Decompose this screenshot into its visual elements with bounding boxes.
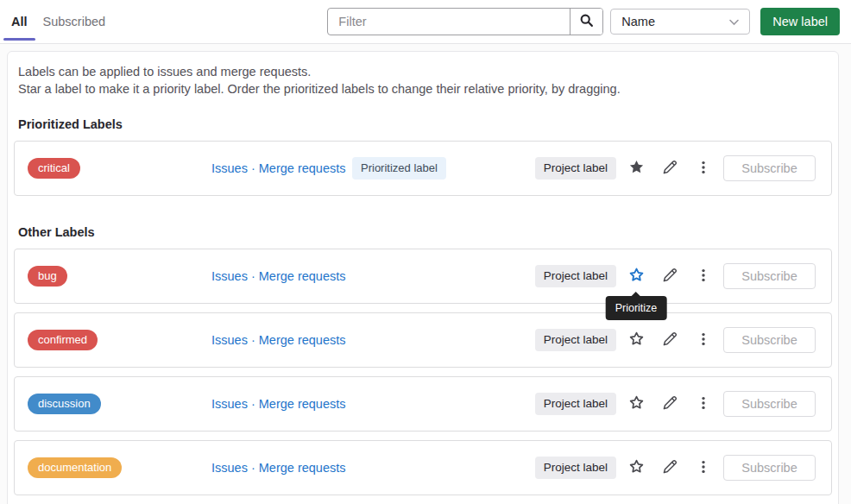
star-outline-icon [628,331,645,350]
kebab-menu-icon [696,160,711,178]
prioritize-star-button[interactable]: Prioritize [622,262,650,290]
pencil-icon [662,331,678,350]
prioritize-star-button[interactable] [622,326,650,354]
label-options-kebab-button[interactable] [690,454,717,482]
search-icon [579,13,594,30]
label-row-documentation: documentation Issues·Merge requests Proj… [14,440,832,495]
project-label-badge: Project label [535,265,616,287]
labels-page: Labels can be applied to issues and merg… [0,44,851,504]
issues-link[interactable]: Issues [211,161,248,175]
prioritized-label-badge: Prioritized label [352,157,446,180]
tab-all[interactable]: All [3,0,35,43]
prioritize-star-button[interactable] [622,390,650,418]
edit-label-button[interactable] [656,454,684,482]
edit-label-button[interactable] [656,154,684,182]
label-badge-bug[interactable]: bug [28,266,67,287]
kebab-menu-icon [696,268,711,286]
edit-label-button[interactable] [656,326,684,354]
star-outline-icon-hover [628,267,645,286]
tab-subscribed-label: Subscribed [43,15,106,28]
project-label-badge: Project label [535,457,616,479]
subscribe-button[interactable]: Subscribe [723,155,816,181]
star-filled-icon [628,159,645,178]
label-row-critical: critical Issues·Merge requests Prioritiz… [14,141,832,196]
label-badge-critical[interactable]: critical [28,158,80,179]
project-label-badge: Project label [535,393,616,415]
merge-requests-link[interactable]: Merge requests [259,397,346,411]
sort-dropdown-value: Name [621,15,655,28]
tab-subscribed[interactable]: Subscribed [35,0,114,43]
label-row-confirmed: confirmed Issues·Merge requests Project … [14,312,832,368]
edit-label-button[interactable] [656,390,684,418]
issues-link[interactable]: Issues [211,397,248,411]
label-row-bug: bug Issues·Merge requests Project label … [14,249,832,304]
pencil-icon [662,459,678,477]
link-separator: · [251,461,255,475]
label-badge-discussion[interactable]: discussion [28,394,101,414]
labels-toolbar: All Subscribed Name [0,0,851,44]
pencil-icon [662,160,678,178]
star-outline-icon [628,394,645,413]
project-label-badge: Project label [535,329,616,351]
labels-tabs: All Subscribed [3,0,113,43]
kebab-menu-icon [696,395,711,413]
labels-description-line1: Labels can be applied to issues and merg… [18,63,832,80]
subscribe-button[interactable]: Subscribe [723,391,816,417]
star-outline-icon [628,458,645,477]
edit-label-button[interactable] [656,262,684,290]
new-label-button[interactable]: New label [760,8,840,35]
issues-link[interactable]: Issues [211,269,248,283]
label-badge-confirmed[interactable]: confirmed [28,330,98,350]
label-badge-documentation[interactable]: documentation [28,457,122,478]
link-separator: · [251,333,255,347]
pencil-icon [662,268,678,286]
kebab-menu-icon [696,331,711,350]
filter-input[interactable] [328,9,570,35]
issues-link[interactable]: Issues [211,333,248,347]
pencil-icon [662,395,678,413]
project-label-badge: Project label [535,157,616,180]
merge-requests-link[interactable]: Merge requests [259,269,346,283]
label-options-kebab-button[interactable] [690,262,717,290]
link-separator: · [251,269,255,283]
merge-requests-link[interactable]: Merge requests [259,333,346,347]
merge-requests-link[interactable]: Merge requests [259,161,346,175]
link-separator: · [251,161,255,175]
labels-container: Labels can be applied to issues and merg… [7,51,839,504]
labels-description-line2: Star a label to make it a priority label… [18,80,832,98]
label-options-kebab-button[interactable] [690,154,717,182]
prioritize-star-button[interactable] [622,454,650,482]
prioritize-tooltip: Prioritize [606,296,667,320]
tab-all-label: All [11,15,28,28]
unprioritize-star-button[interactable] [622,154,650,182]
chevron-down-icon [729,15,739,28]
subscribe-button[interactable]: Subscribe [723,455,816,481]
kebab-menu-icon [696,459,711,477]
subscribe-button[interactable]: Subscribe [723,327,816,353]
link-separator: · [251,397,255,411]
label-row-discussion: discussion Issues·Merge requests Project… [14,376,832,432]
label-options-kebab-button[interactable] [690,326,717,354]
merge-requests-link[interactable]: Merge requests [259,461,346,475]
toolbar-controls: Name New label [327,8,840,35]
filter-group [327,8,603,35]
issues-link[interactable]: Issues [211,461,248,475]
prioritized-labels-title: Prioritized Labels [18,117,828,132]
search-button[interactable] [570,9,602,35]
label-options-kebab-button[interactable] [690,390,717,418]
sort-dropdown[interactable]: Name [610,9,750,35]
other-labels-title: Other Labels [18,224,828,240]
subscribe-button[interactable]: Subscribe [723,263,816,289]
